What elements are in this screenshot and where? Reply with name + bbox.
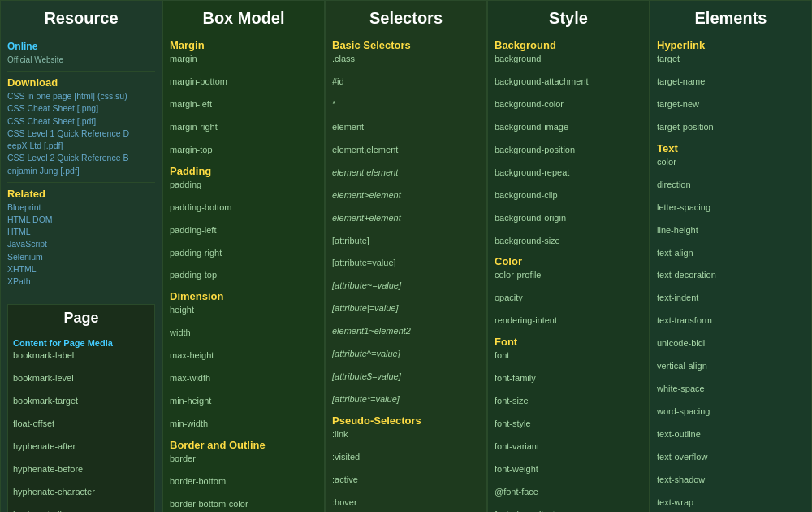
list-item: text-shadow [657, 474, 805, 487]
list-item: #id [332, 76, 480, 89]
list-item: font-style [495, 418, 642, 431]
list-item: element>element [332, 189, 480, 202]
list-item: margin-left [170, 98, 317, 111]
list-item: word-spacing [657, 406, 805, 419]
related-title: Related [7, 188, 45, 200]
list-item: [attribute|=value] [332, 302, 480, 315]
download-title: Download [7, 76, 58, 89]
list-item: element,element [332, 144, 480, 157]
selectors-title: Selectors [332, 9, 480, 31]
margin-items: margin margin-bottom margin-left margin-… [170, 53, 317, 157]
page-subpanel: Page Content for Page Media bookmark-lab… [7, 304, 155, 512]
list-item: color-profile [495, 269, 642, 282]
color-title: Color [495, 255, 642, 267]
list-item[interactable]: CSS Level 1 Quick Reference D [7, 128, 129, 138]
list-item: text-indent [657, 292, 805, 305]
text-title: Text [657, 142, 805, 154]
list-item: * [332, 98, 480, 111]
list-item: margin-right [170, 121, 317, 134]
list-item: max-width [170, 372, 317, 385]
list-item[interactable]: XPath [7, 276, 31, 286]
list-item: hyphenate-lines [13, 509, 149, 512]
list-item: background-color [495, 98, 642, 111]
list-item: margin [170, 53, 317, 66]
list-item: target-position [657, 121, 805, 134]
list-item: background-attachment [495, 76, 642, 89]
elements-title: Elements [657, 9, 805, 31]
list-item: height [170, 304, 317, 317]
list-item: background-position [495, 144, 642, 157]
list-item: [attribute] [332, 235, 480, 248]
list-item: font-weight [495, 463, 642, 476]
hyperlink-items: target target-name target-new target-pos… [657, 53, 805, 134]
padding-items: padding padding-bottom padding-left padd… [170, 179, 317, 283]
list-item: text-align [657, 247, 805, 260]
list-item[interactable]: HTML DOM [7, 215, 53, 224]
pseudo-selector-items: :link :visited :active :hover :focus :fi… [332, 428, 480, 512]
list-item[interactable]: XHTML [7, 264, 37, 274]
basic-selectors-title: Basic Selectors [332, 39, 480, 51]
list-item: text-decoration [657, 269, 805, 282]
border-outline-items: border border-bottom border-bottom-color… [170, 453, 317, 512]
resource-title: Resource [7, 9, 155, 31]
list-item: padding-left [170, 224, 317, 237]
background-items: background background-attachment backgro… [495, 53, 642, 247]
list-item: hyphenate-character [13, 486, 149, 499]
list-item: max-height [170, 349, 317, 362]
list-item: :visited [332, 451, 480, 464]
list-item: min-height [170, 395, 317, 408]
list-item[interactable]: CSS in one page [html] (css.su) [7, 91, 127, 101]
list-item: eepX Ltd [.pdf] [7, 141, 63, 150]
border-outline-title: Border and Outline [170, 439, 317, 451]
list-item: line-height [657, 224, 805, 237]
font-items: font font-family font-size font-style fo… [495, 349, 642, 512]
list-item: rendering-intent [495, 315, 642, 328]
list-item: .class [332, 53, 480, 66]
pseudo-selectors-title: Pseudo-Selectors [332, 414, 480, 427]
list-item[interactable]: Selenium [7, 252, 43, 262]
list-item: background-size [495, 235, 642, 248]
list-item: element1~element2 [332, 325, 480, 338]
list-item: border-bottom-color [170, 498, 317, 511]
list-item: [attribute*=value] [332, 393, 480, 406]
list-item: enjamin Jung [.pdf] [7, 166, 80, 176]
list-item: padding [170, 179, 317, 192]
text-items: color direction letter-spacing line-heig… [657, 156, 805, 512]
selectors-panel: Selectors Basic Selectors .class #id * e… [325, 0, 487, 512]
list-item: letter-spacing [657, 202, 805, 215]
list-item: element [332, 121, 480, 134]
list-item: [attribute=value] [332, 257, 480, 270]
page-title: Page [13, 310, 149, 330]
list-item[interactable]: CSS Cheat Sheet [.pdf] [7, 116, 96, 126]
list-item[interactable]: Blueprint [7, 202, 41, 212]
download-items: CSS in one page [html] (css.su) CSS Chea… [7, 90, 155, 177]
list-item: width [170, 327, 317, 340]
padding-title: Padding [170, 165, 317, 177]
font-title: Font [495, 336, 642, 348]
list-item[interactable]: CSS Cheat Sheet [.png] [7, 103, 98, 113]
list-item: hyphenate-after [13, 440, 149, 453]
list-item[interactable]: HTML [7, 227, 31, 236]
dimension-title: Dimension [170, 290, 317, 302]
elements-panel: Elements Hyperlink target target-name ta… [650, 0, 812, 512]
online-link[interactable]: Online [7, 39, 155, 54]
list-item: padding-bottom [170, 202, 317, 215]
list-item[interactable]: CSS Level 2 Quick Reference B [7, 153, 128, 163]
list-item: vertical-align [657, 360, 805, 373]
list-item: text-wrap [657, 497, 805, 510]
list-item: target-new [657, 98, 805, 111]
list-item: bookmark-level [13, 372, 149, 385]
boxmodel-title: Box Model [170, 9, 317, 31]
margin-title: Margin [170, 39, 317, 51]
list-item: margin-top [170, 144, 317, 157]
list-item[interactable]: JavaScript [7, 239, 47, 249]
list-item: hyphenate-before [13, 463, 149, 476]
list-item: target [657, 53, 805, 66]
basic-selector-items: .class #id * element element,element ele… [332, 53, 480, 406]
list-item: direction [657, 179, 805, 192]
list-item: text-overflow [657, 451, 805, 464]
style-title: Style [495, 9, 642, 31]
list-item: background-repeat [495, 167, 642, 180]
list-item: :link [332, 428, 480, 441]
color-items: color-profile opacity rendering-intent [495, 269, 642, 328]
